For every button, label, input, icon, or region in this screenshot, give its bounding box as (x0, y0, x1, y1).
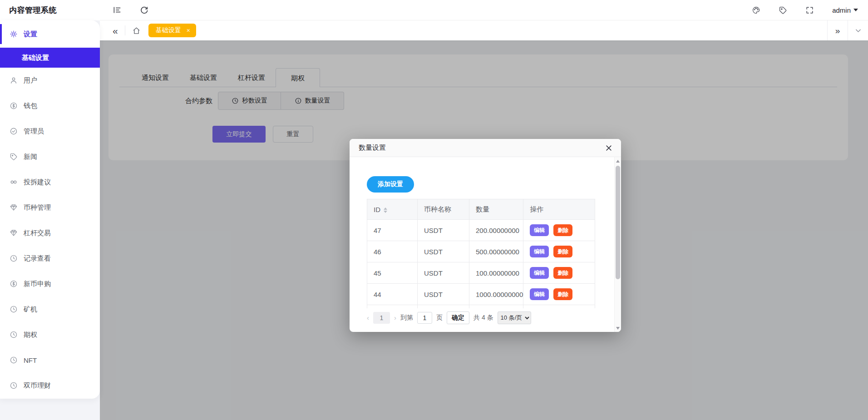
edit-button[interactable]: 编辑 (530, 224, 549, 236)
refresh-icon[interactable] (140, 6, 148, 15)
sidebar-item-label: 用户 (24, 76, 37, 85)
sidebar-item-label: 钱包 (24, 102, 37, 110)
sidebar-item-new-coin-subscribe[interactable]: 新币申购 (0, 271, 100, 296)
col-amount: 数量 (469, 199, 523, 220)
history-icon (10, 305, 18, 313)
more-tags-button[interactable]: » (827, 20, 848, 40)
edit-button[interactable]: 编辑 (530, 288, 549, 300)
divider (125, 25, 125, 35)
sidebar-item-admins[interactable]: 管理员 (0, 119, 100, 144)
sidebar-item-mining[interactable]: 矿机 (0, 296, 100, 322)
sidebar-item-leverage-trade[interactable]: 杠杆交易 (0, 220, 100, 246)
scrollbar-thumb[interactable] (616, 166, 620, 279)
quantity-settings-modal: 数量设置 添加设置 ID 币种名称 数量 操作 (350, 139, 621, 332)
confirm-page-button[interactable]: 确定 (447, 311, 469, 324)
cell-actions: 编辑删除 (523, 262, 595, 284)
main-column: admin « 基础设置 × » (100, 0, 868, 420)
dollar-circle-icon (10, 102, 18, 110)
tag-icon[interactable] (779, 6, 787, 15)
prev-page-icon[interactable]: ‹ (367, 314, 369, 321)
home-icon[interactable] (132, 26, 141, 35)
close-icon[interactable] (605, 144, 613, 152)
sidebar-item-label: 期权 (24, 331, 37, 339)
theme-palette-icon[interactable] (752, 6, 760, 15)
cell-coin: USDT (418, 241, 469, 262)
check-circle-icon (10, 127, 18, 135)
sidebar-item-label: 设置 (24, 30, 37, 39)
sidebar-item-wallet[interactable]: 钱包 (0, 93, 100, 119)
edit-button[interactable]: 编辑 (530, 246, 549, 257)
cell-amount: 100.00000000 (469, 262, 523, 284)
goto-page-input[interactable] (417, 312, 432, 324)
sidebar-item-news[interactable]: 新闻 (0, 144, 100, 169)
delete-button[interactable]: 删除 (553, 267, 572, 279)
modal-scroll-area: 添加设置 ID 币种名称 数量 操作 (350, 157, 614, 332)
sidebar-item-feedback[interactable]: 投拆建议 (0, 169, 100, 195)
table-header-row: ID 币种名称 数量 操作 (367, 199, 595, 220)
cell-actions: 编辑删除 (523, 284, 595, 305)
sidebar-item-label: NFT (24, 356, 37, 364)
col-actions: 操作 (523, 199, 595, 220)
fullscreen-icon[interactable] (805, 6, 814, 15)
col-id[interactable]: ID (367, 199, 418, 220)
user-menu[interactable]: admin (832, 6, 858, 14)
tagbar-actions: » (827, 20, 868, 40)
modal-header: 数量设置 (350, 139, 621, 157)
app-root: 内容管理系统 设置 基础设置 用户 钱包 管理员 (0, 0, 868, 420)
delete-button[interactable]: 删除 (553, 246, 572, 257)
sidebar-item-options[interactable]: 期权 (0, 322, 100, 347)
tag-bar: « 基础设置 × » (100, 20, 868, 40)
history-icon (10, 381, 18, 390)
quantity-table: ID 币种名称 数量 操作 47 USDT 200.00 (367, 199, 595, 308)
gem-icon (10, 203, 18, 212)
sidebar-item-users[interactable]: 用户 (0, 68, 100, 93)
history-icon (10, 331, 18, 339)
sidebar-item-label: 基础设置 (22, 54, 49, 62)
sidebar-item-label: 投拆建议 (24, 178, 51, 187)
cell-actions: 编辑删除 (523, 220, 595, 241)
goto-suffix-label: 页 (436, 314, 443, 322)
user-icon (10, 76, 18, 84)
modal-title: 数量设置 (359, 143, 386, 152)
col-id-label: ID (374, 206, 380, 213)
caret-down-icon (853, 9, 858, 11)
delete-button[interactable]: 删除 (553, 224, 572, 236)
sidebar-item-label: 新币申购 (24, 280, 51, 288)
sidebar-item-label: 币种管理 (24, 203, 51, 212)
sidebar-item-label: 双币理财 (24, 381, 51, 390)
col-coin: 币种名称 (418, 199, 469, 220)
cell-amount: 500.00000000 (469, 241, 523, 262)
sidebar: 内容管理系统 设置 基础设置 用户 钱包 管理员 (0, 0, 100, 420)
sidebar-item-nft[interactable]: NFT (0, 347, 100, 373)
content-area: 通知设置 基础设置 杠杆设置 期权 合约参数 秒数设置 数量设置 (100, 40, 868, 420)
tag-basic-settings[interactable]: 基础设置 × (148, 24, 196, 37)
sidebar-item-dual-finance[interactable]: 双币理财 (0, 373, 100, 398)
scroll-down-icon[interactable] (615, 325, 621, 331)
goto-prefix-label: 到第 (400, 314, 413, 322)
tag-options-button[interactable] (848, 20, 868, 40)
sidebar-item-basic-settings[interactable]: 基础设置 (0, 48, 100, 68)
sidebar-item-label: 管理员 (24, 127, 44, 136)
history-icon (10, 356, 18, 364)
cell-id: 47 (367, 220, 418, 241)
menu-fold-icon[interactable] (113, 5, 122, 15)
cell-coin: USDT (418, 262, 469, 284)
modal-scrollbar[interactable] (614, 157, 621, 332)
add-setting-button[interactable]: 添加设置 (367, 176, 414, 193)
cell-id: 45 (367, 262, 418, 284)
table-row: 44 USDT 1000.00000000 编辑删除 (367, 284, 595, 305)
sidebar-item-settings[interactable]: 设置 (0, 24, 100, 44)
next-page-icon[interactable]: › (394, 314, 396, 321)
gear-icon (10, 30, 18, 38)
page-size-select[interactable]: 10 条/页 (498, 311, 531, 324)
sort-icon[interactable] (384, 208, 387, 213)
sidebar-item-coin-management[interactable]: 币种管理 (0, 195, 100, 220)
page-number-button[interactable]: 1 (373, 312, 390, 324)
sidebar-item-records[interactable]: 记录查看 (0, 246, 100, 271)
edit-button[interactable]: 编辑 (530, 267, 549, 279)
collapse-tags-icon[interactable]: « (113, 26, 118, 35)
tag-close-icon[interactable]: × (187, 27, 190, 34)
scroll-up-icon[interactable] (615, 158, 621, 164)
modal-body: 添加设置 ID 币种名称 数量 操作 (350, 157, 621, 332)
delete-button[interactable]: 删除 (553, 288, 572, 300)
